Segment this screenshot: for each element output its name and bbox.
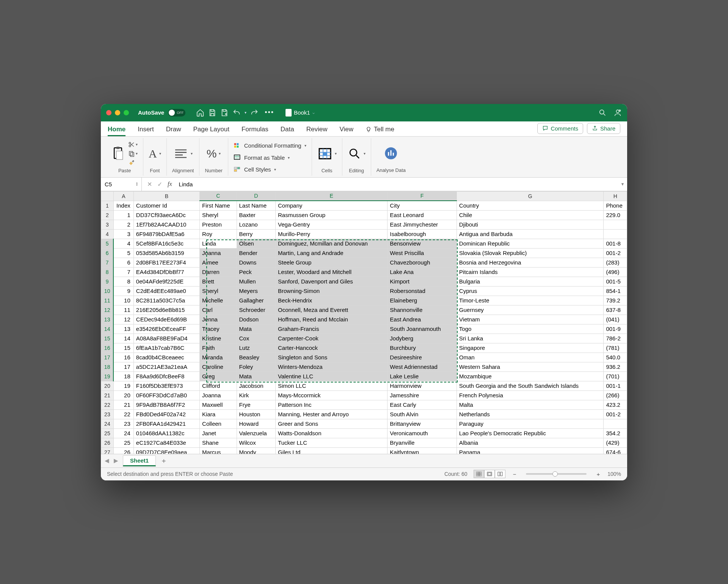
cell-B14[interactable]: e35426EbDEceaFF xyxy=(133,324,199,334)
add-sheet-button[interactable]: ＋ xyxy=(160,456,167,465)
undo-icon[interactable] xyxy=(232,109,241,117)
cell-A16[interactable]: 15 xyxy=(113,343,133,353)
comments-button[interactable]: Comments xyxy=(537,123,583,134)
col-header-E[interactable]: E xyxy=(276,191,388,201)
cell-E22[interactable]: Patterson Inc xyxy=(276,400,388,409)
redo-icon[interactable] xyxy=(250,109,259,117)
cell-F16[interactable]: Burchbury xyxy=(388,343,457,353)
cell-B24[interactable]: 2FB0FAA1d429421 xyxy=(133,419,199,428)
cell-F21[interactable]: Jamesshire xyxy=(388,390,457,400)
cell-C10[interactable]: Sheryl xyxy=(200,286,237,296)
cell-E16[interactable]: Carter-Hancock xyxy=(276,343,388,353)
row-header-19[interactable]: 19 xyxy=(101,371,114,381)
cell-C25[interactable]: Janet xyxy=(200,428,237,438)
cell-B3[interactable]: 1Ef7b82A4CAAD10 xyxy=(133,220,199,229)
cell-H24[interactable] xyxy=(604,419,627,428)
cell-H6[interactable]: 001-2 xyxy=(604,248,627,258)
cell-H2[interactable]: 229.0 xyxy=(604,210,627,220)
cell-H14[interactable]: 001-9 xyxy=(604,324,627,334)
cell-G11[interactable]: Timor-Leste xyxy=(457,296,604,305)
cell-B25[interactable]: 010468dAA11382c xyxy=(133,428,199,438)
cell-H15[interactable]: 786-2 xyxy=(604,334,627,343)
cell-C14[interactable]: Tracey xyxy=(200,324,237,334)
format-as-table-button[interactable]: Format as Table▾ xyxy=(234,153,290,162)
cell-F18[interactable]: West Adriennestad xyxy=(388,362,457,371)
cell-F26[interactable]: Bryanville xyxy=(388,438,457,447)
cell-E8[interactable]: Lester, Woodard and Mitchell xyxy=(276,267,388,277)
col-header-A[interactable]: A xyxy=(113,191,133,201)
cell-E17[interactable]: Singleton and Sons xyxy=(276,353,388,362)
row-header-6[interactable]: 6 xyxy=(101,248,114,258)
undo-dropdown[interactable]: ▾ xyxy=(245,110,246,115)
tab-formulas[interactable]: Formulas xyxy=(242,126,268,136)
cell-G16[interactable]: Singapore xyxy=(457,343,604,353)
cell-H4[interactable] xyxy=(604,229,627,239)
search-icon[interactable] xyxy=(598,109,607,117)
cell-B16[interactable]: 6fEaA1b7cab7B6C xyxy=(133,343,199,353)
cell-F2[interactable]: East Leonard xyxy=(388,210,457,220)
cell-B19[interactable]: F8Aa9d6DfcBeeF8 xyxy=(133,371,199,381)
cell-B13[interactable]: CEDec94deE6d69B xyxy=(133,315,199,324)
sheet-next[interactable]: ▶ xyxy=(114,457,118,464)
cell-styles-button[interactable]: Cell Styles▾ xyxy=(234,165,276,174)
cell-E24[interactable]: Greer and Sons xyxy=(276,419,388,428)
cell-F6[interactable]: West Priscilla xyxy=(388,248,457,258)
cell-E4[interactable]: Murillo-Perry xyxy=(276,229,388,239)
cell-D20[interactable]: Jacobson xyxy=(237,381,276,390)
row-header-9[interactable]: 9 xyxy=(101,277,114,286)
cell-A13[interactable]: 12 xyxy=(113,315,133,324)
cell-G24[interactable]: Paraguay xyxy=(457,419,604,428)
cell-E27[interactable]: Giles Ltd xyxy=(276,447,388,454)
cell-H10[interactable]: 854-1 xyxy=(604,286,627,296)
cell-F22[interactable]: East Carly xyxy=(388,400,457,409)
cell-E14[interactable]: Graham-Francis xyxy=(276,324,388,334)
cell-C23[interactable]: Kiara xyxy=(200,409,237,419)
tab-page-layout[interactable]: Page Layout xyxy=(193,126,229,136)
tab-data[interactable]: Data xyxy=(281,126,294,136)
cell-H12[interactable]: 637-8 xyxy=(604,305,627,315)
cell-C21[interactable]: Joanna xyxy=(200,390,237,400)
cell-A2[interactable]: 1 xyxy=(113,210,133,220)
cell-D21[interactable]: Kirk xyxy=(237,390,276,400)
cell-C19[interactable]: Greg xyxy=(200,371,237,381)
row-header-3[interactable]: 3 xyxy=(101,220,114,229)
paste-button[interactable] xyxy=(111,146,124,162)
cell-A12[interactable]: 11 xyxy=(113,305,133,315)
cell-E11[interactable]: Beck-Hendrix xyxy=(276,296,388,305)
cell-C13[interactable]: Jenna xyxy=(200,315,237,324)
cell-E23[interactable]: Manning, Hester and Arroyo xyxy=(276,409,388,419)
search-icon[interactable] xyxy=(348,147,361,161)
conditional-formatting-button[interactable]: Conditional Formatting▾ xyxy=(234,141,306,150)
maximize-button[interactable] xyxy=(124,110,129,115)
cell-C24[interactable]: Colleen xyxy=(200,419,237,428)
cell-H23[interactable]: 001-2 xyxy=(604,409,627,419)
cell-E19[interactable]: Valentine LLC xyxy=(276,371,388,381)
row-header-20[interactable]: 20 xyxy=(101,381,114,390)
cell-F24[interactable]: Brittanyview xyxy=(388,419,457,428)
minimize-button[interactable] xyxy=(115,110,120,115)
cell-G18[interactable]: Western Sahara xyxy=(457,362,604,371)
cell-D7[interactable]: Downs xyxy=(237,258,276,267)
col-header-C[interactable]: C xyxy=(200,191,237,201)
cell-E2[interactable]: Rasmussen Group xyxy=(276,210,388,220)
zoom-in-button[interactable]: + xyxy=(595,471,601,477)
cell-G22[interactable]: Malta xyxy=(457,400,604,409)
cell-H22[interactable]: 423.2 xyxy=(604,400,627,409)
cell-D10[interactable]: Meyers xyxy=(237,286,276,296)
cell-C1[interactable]: First Name xyxy=(200,201,237,210)
cell-G15[interactable]: Sri Lanka xyxy=(457,334,604,343)
close-button[interactable] xyxy=(106,110,111,115)
cell-A1[interactable]: Index xyxy=(113,201,133,210)
cell-H25[interactable]: 354.2 xyxy=(604,428,627,438)
cell-D2[interactable]: Baxter xyxy=(237,210,276,220)
cell-E12[interactable]: Oconnell, Meza and Everett xyxy=(276,305,388,315)
cell-D15[interactable]: Cox xyxy=(237,334,276,343)
cell-B10[interactable]: C2dE4dEEc489ae0 xyxy=(133,286,199,296)
cell-A5[interactable]: 4 xyxy=(113,239,133,248)
cell-C18[interactable]: Caroline xyxy=(200,362,237,371)
cell-D13[interactable]: Dodson xyxy=(237,315,276,324)
cell-H11[interactable]: 739.2 xyxy=(604,296,627,305)
cell-C8[interactable]: Darren xyxy=(200,267,237,277)
cell-H18[interactable]: 936.2 xyxy=(604,362,627,371)
more-icon[interactable]: ••• xyxy=(265,109,274,116)
